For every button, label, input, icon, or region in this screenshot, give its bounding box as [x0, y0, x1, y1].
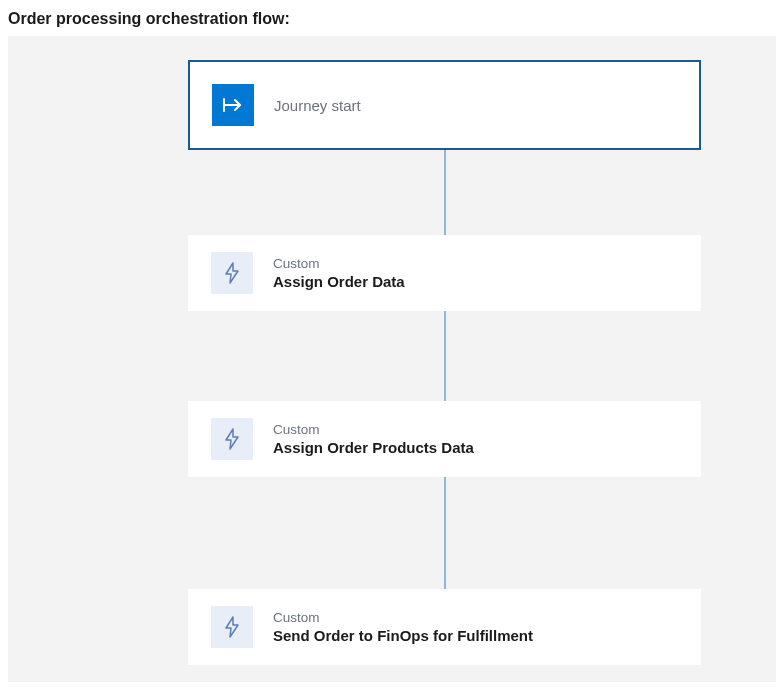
step-kicker: Custom — [273, 422, 474, 437]
lightning-icon — [211, 252, 253, 294]
lightning-icon — [211, 606, 253, 648]
step-title: Send Order to FinOps for Fulfillment — [273, 627, 533, 644]
step-node-text: Custom Send Order to FinOps for Fulfillm… — [273, 610, 533, 644]
step-kicker: Custom — [273, 610, 533, 625]
flow-connector — [444, 477, 446, 589]
page-title: Order processing orchestration flow: — [0, 0, 778, 36]
flow-column: Journey start Custom Assign Order Data — [188, 60, 701, 665]
flow-connector — [444, 150, 446, 235]
flow-step-send-order-finops[interactable]: Custom Send Order to FinOps for Fulfillm… — [188, 589, 701, 665]
step-title: Assign Order Data — [273, 273, 405, 290]
step-node-text: Custom Assign Order Data — [273, 256, 405, 290]
flow-canvas: Journey start Custom Assign Order Data — [8, 36, 776, 682]
start-node-label: Journey start — [274, 97, 361, 114]
start-node-text: Journey start — [274, 97, 361, 114]
step-node-text: Custom Assign Order Products Data — [273, 422, 474, 456]
step-kicker: Custom — [273, 256, 405, 271]
lightning-icon — [211, 418, 253, 460]
flow-connector — [444, 311, 446, 401]
flow-step-assign-order-products-data[interactable]: Custom Assign Order Products Data — [188, 401, 701, 477]
step-title: Assign Order Products Data — [273, 439, 474, 456]
journey-start-node[interactable]: Journey start — [188, 60, 701, 150]
flow-step-assign-order-data[interactable]: Custom Assign Order Data — [188, 235, 701, 311]
start-arrow-icon — [212, 84, 254, 126]
